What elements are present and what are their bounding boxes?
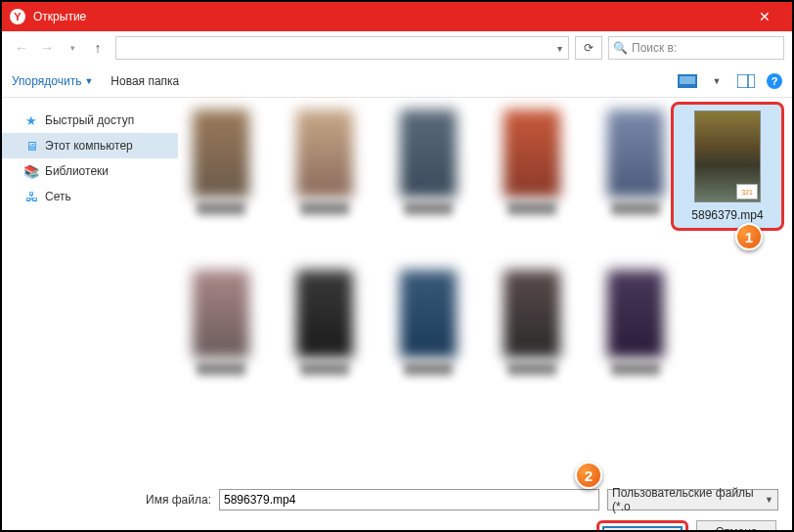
forward-icon: → (35, 36, 59, 60)
monitor-icon: 🖥 (23, 138, 39, 154)
filename-input[interactable] (219, 489, 599, 510)
sidebar-item-label: Этот компьютер (45, 139, 133, 153)
sidebar-item-label: Библиотеки (45, 164, 109, 178)
list-item[interactable] (289, 110, 360, 215)
footer: Имя файла: Пользовательские файлы (*.o▼ … (2, 479, 792, 532)
up-icon[interactable]: ↑ (86, 36, 110, 60)
sidebar-item-quick-access[interactable]: ★ Быстрый доступ (2, 108, 178, 133)
open-button-highlight: Открыть (596, 520, 688, 532)
star-icon: ★ (23, 112, 39, 128)
back-icon[interactable]: ← (10, 36, 33, 60)
selected-file[interactable]: 321 5896379.mp4 (671, 102, 784, 231)
sidebar-item-network[interactable]: 🖧 Сеть (2, 184, 178, 209)
open-button[interactable]: Открыть (602, 526, 683, 532)
view-thumbnails-icon[interactable] (675, 70, 700, 92)
filetype-filter[interactable]: Пользовательские файлы (*.o▼ (607, 489, 778, 510)
file-grid[interactable]: 321 5896379.mp4 (178, 98, 792, 479)
list-item[interactable] (186, 270, 256, 376)
network-icon: 🖧 (23, 189, 39, 204)
annotation-marker-1: 1 (735, 223, 763, 250)
sidebar-item-libraries[interactable]: 📚 Библиотеки (2, 158, 178, 184)
cancel-button[interactable]: Отмена (696, 520, 776, 532)
chevron-down-icon: ▼ (84, 76, 93, 86)
preview-pane-icon[interactable] (733, 70, 759, 92)
list-item[interactable] (289, 270, 360, 376)
toolbar: Упорядочить▼ Новая папка ▼ ? (2, 65, 792, 98)
close-icon[interactable]: ✕ (745, 9, 784, 24)
address-dropdown-icon[interactable]: ▾ (551, 43, 568, 54)
sidebar-item-label: Сеть (45, 190, 71, 203)
filename-label: Имя файла: (16, 493, 211, 507)
list-item[interactable] (497, 270, 567, 376)
search-icon: 🔍 (613, 41, 628, 55)
window-title: Открытие (33, 10, 745, 23)
file-name: 5896379.mp4 (691, 208, 763, 222)
yandex-icon: Y (10, 9, 25, 24)
refresh-icon[interactable]: ⟳ (575, 36, 602, 60)
libraries-icon: 📚 (23, 163, 39, 179)
view-dropdown-icon[interactable]: ▼ (704, 70, 729, 92)
sidebar-item-this-pc[interactable]: 🖥 Этот компьютер (2, 133, 178, 158)
list-item[interactable] (393, 270, 463, 376)
address-bar[interactable]: ▾ (115, 36, 569, 60)
list-item[interactable] (393, 110, 463, 215)
svg-rect-1 (680, 76, 695, 84)
list-item[interactable] (600, 270, 671, 376)
search-input[interactable]: 🔍 Поиск в: (608, 36, 784, 60)
titlebar: Y Открытие ✕ (2, 2, 792, 31)
list-item[interactable] (186, 110, 256, 215)
file-thumbnail: 321 (694, 111, 761, 202)
nav-bar: ← → ▾ ↑ ▾ ⟳ 🔍 Поиск в: (2, 31, 792, 65)
recent-dropdown-icon[interactable]: ▾ (61, 36, 84, 60)
svg-rect-2 (737, 74, 755, 88)
list-item[interactable] (497, 110, 567, 215)
new-folder-button[interactable]: Новая папка (110, 74, 179, 88)
organize-button[interactable]: Упорядочить▼ (12, 74, 93, 88)
sidebar: ★ Быстрый доступ 🖥 Этот компьютер 📚 Библ… (2, 98, 178, 479)
sidebar-item-label: Быстрый доступ (45, 113, 134, 127)
help-icon[interactable]: ? (767, 73, 782, 89)
chevron-down-icon: ▼ (765, 495, 773, 505)
annotation-marker-2: 2 (575, 462, 602, 489)
codec-badge: 321 (736, 184, 758, 200)
search-placeholder: Поиск в: (632, 41, 677, 55)
list-item[interactable] (600, 110, 671, 215)
